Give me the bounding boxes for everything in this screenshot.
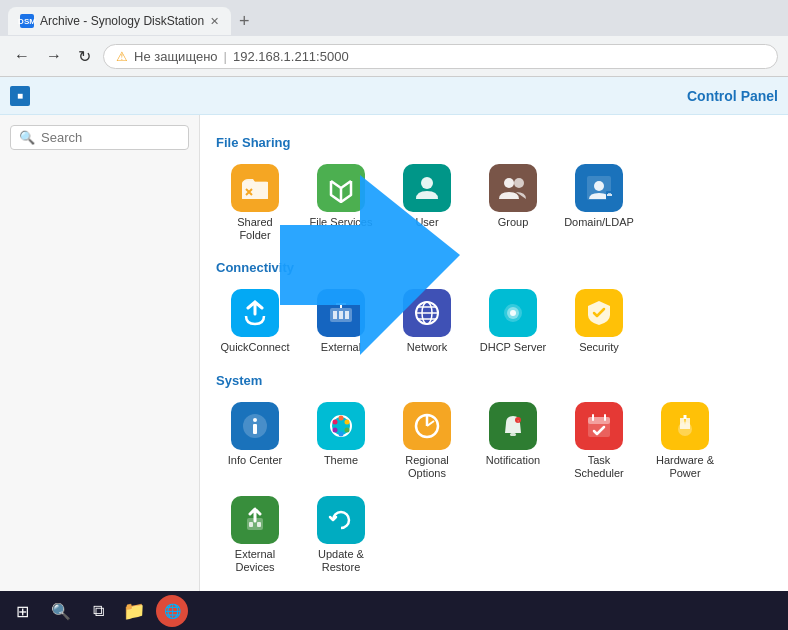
item-notification[interactable]: ! Notification bbox=[474, 398, 552, 484]
svg-point-2 bbox=[421, 177, 433, 189]
tab-bar: DSM Archive - Synology DiskStation ✕ + bbox=[0, 0, 788, 36]
label-quickconnect: QuickConnect bbox=[220, 341, 289, 354]
search-taskbar-button[interactable]: 🔍 bbox=[43, 598, 79, 625]
sidebar: 🔍 bbox=[0, 115, 200, 591]
icon-update-restore bbox=[317, 496, 365, 544]
forward-button[interactable]: → bbox=[42, 45, 66, 67]
address-bar: ← → ↻ ⚠ Не защищено | 192.168.1.211:5000 bbox=[0, 36, 788, 76]
taskbar-chrome[interactable]: 🌐 bbox=[156, 595, 188, 627]
active-tab[interactable]: DSM Archive - Synology DiskStation ✕ bbox=[8, 7, 231, 35]
item-shared-folder[interactable]: SharedFolder bbox=[216, 160, 294, 246]
section-connectivity: Connectivity bbox=[216, 260, 772, 275]
item-security[interactable]: Security bbox=[560, 285, 638, 358]
label-user: User bbox=[415, 216, 438, 229]
item-network[interactable]: Network bbox=[388, 285, 466, 358]
svg-rect-12 bbox=[339, 311, 343, 319]
item-domain-ldap[interactable]: Domain/LDAP bbox=[560, 160, 638, 246]
item-group[interactable]: Group bbox=[474, 160, 552, 246]
svg-rect-39 bbox=[588, 417, 610, 424]
label-update-restore: Update & Restore bbox=[306, 548, 376, 574]
task-view-button[interactable]: ⧉ bbox=[85, 598, 112, 624]
icon-quickconnect bbox=[231, 289, 279, 337]
svg-rect-45 bbox=[249, 522, 253, 527]
svg-point-30 bbox=[333, 427, 338, 432]
icon-user bbox=[403, 164, 451, 212]
main-panel: 🔍 File Sharing SharedFolder bbox=[0, 115, 788, 591]
search-input[interactable] bbox=[41, 130, 200, 145]
browser-chrome: DSM Archive - Synology DiskStation ✕ + ←… bbox=[0, 0, 788, 77]
search-icon: 🔍 bbox=[19, 130, 35, 145]
label-group: Group bbox=[498, 216, 529, 229]
close-tab-button[interactable]: ✕ bbox=[210, 15, 219, 28]
svg-point-21 bbox=[510, 310, 516, 316]
label-external: External bbox=[321, 341, 361, 354]
label-theme: Theme bbox=[324, 454, 358, 467]
top-bar: ■ Control Panel bbox=[0, 77, 788, 115]
svg-point-31 bbox=[333, 419, 338, 424]
svg-rect-13 bbox=[345, 311, 349, 319]
icon-external bbox=[317, 289, 365, 337]
item-dhcp-server[interactable]: DHCP Server bbox=[474, 285, 552, 358]
item-regional-options[interactable]: Regional Options bbox=[388, 398, 466, 484]
label-regional-options: Regional Options bbox=[392, 454, 462, 480]
start-button[interactable]: ⊞ bbox=[8, 598, 37, 625]
item-quickconnect[interactable]: QuickConnect bbox=[216, 285, 294, 358]
app-window: ■ Control Panel 🔍 File Sharing bbox=[0, 77, 788, 591]
svg-rect-9 bbox=[608, 193, 611, 194]
svg-point-3 bbox=[504, 178, 514, 188]
connectivity-grid: QuickConnect External Network bbox=[216, 285, 772, 358]
taskbar-file-explorer[interactable]: 📁 bbox=[118, 595, 150, 627]
label-domain-ldap: Domain/LDAP bbox=[564, 216, 634, 229]
label-dhcp-server: DHCP Server bbox=[480, 341, 546, 354]
label-notification: Notification bbox=[486, 454, 540, 467]
file-sharing-grid: SharedFolder File Services User bbox=[216, 160, 772, 246]
item-theme[interactable]: Theme bbox=[302, 398, 380, 484]
svg-text:!: ! bbox=[517, 419, 518, 424]
system-grid: Info Center Theme Regional Options bbox=[216, 398, 772, 579]
item-hardware-power[interactable]: Hardware & Power bbox=[646, 398, 724, 484]
reload-button[interactable]: ↻ bbox=[74, 45, 95, 68]
icon-file-services bbox=[317, 164, 365, 212]
new-tab-button[interactable]: + bbox=[231, 11, 258, 32]
tab-title: Archive - Synology DiskStation bbox=[40, 14, 204, 28]
section-system: System bbox=[216, 373, 772, 388]
svg-point-27 bbox=[345, 419, 350, 424]
icon-shared-folder bbox=[231, 164, 279, 212]
not-secure-label: Не защищено bbox=[134, 49, 218, 64]
label-file-services: File Services bbox=[310, 216, 373, 229]
item-external-devices[interactable]: External Devices bbox=[216, 492, 294, 578]
svg-point-4 bbox=[514, 178, 524, 188]
search-box[interactable]: 🔍 bbox=[10, 125, 189, 150]
svg-point-28 bbox=[345, 427, 350, 432]
item-info-center[interactable]: Info Center bbox=[216, 398, 294, 484]
icon-hardware-power bbox=[661, 402, 709, 450]
label-info-center: Info Center bbox=[228, 454, 282, 467]
svg-rect-8 bbox=[607, 194, 612, 196]
panel-title: Control Panel bbox=[687, 88, 778, 104]
svg-point-29 bbox=[339, 431, 344, 436]
svg-point-23 bbox=[253, 418, 257, 422]
icon-theme bbox=[317, 402, 365, 450]
icon-info-center bbox=[231, 402, 279, 450]
label-task-scheduler: Task Scheduler bbox=[564, 454, 634, 480]
not-secure-icon: ⚠ bbox=[116, 49, 128, 64]
icon-notification: ! bbox=[489, 402, 537, 450]
item-update-restore[interactable]: Update & Restore bbox=[302, 492, 380, 578]
icon-dhcp-server bbox=[489, 289, 537, 337]
item-file-services[interactable]: File Services bbox=[302, 160, 380, 246]
address-text: 192.168.1.211:5000 bbox=[233, 49, 349, 64]
svg-rect-46 bbox=[257, 522, 261, 527]
label-security: Security bbox=[579, 341, 619, 354]
content-area: File Sharing SharedFolder File Services bbox=[200, 115, 788, 591]
back-button[interactable]: ← bbox=[10, 45, 34, 67]
icon-domain-ldap bbox=[575, 164, 623, 212]
item-task-scheduler[interactable]: Task Scheduler bbox=[560, 398, 638, 484]
icon-security bbox=[575, 289, 623, 337]
dsm-logo: ■ bbox=[10, 86, 30, 106]
item-external[interactable]: External bbox=[302, 285, 380, 358]
svg-point-26 bbox=[339, 415, 344, 420]
section-file-sharing: File Sharing bbox=[216, 135, 772, 150]
item-user[interactable]: User bbox=[388, 160, 466, 246]
icon-external-devices bbox=[231, 496, 279, 544]
label-external-devices: External Devices bbox=[220, 548, 290, 574]
